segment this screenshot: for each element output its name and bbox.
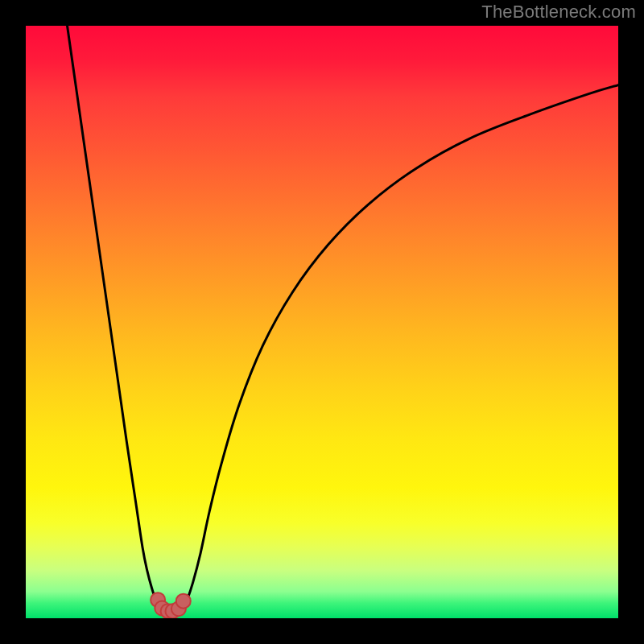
bottom-dot-cluster xyxy=(151,592,191,618)
curve-layer xyxy=(26,26,618,618)
curve-right-branch xyxy=(183,85,618,609)
chart-frame: TheBottleneck.com xyxy=(0,0,644,644)
watermark-text: TheBottleneck.com xyxy=(481,2,636,23)
plot-area xyxy=(26,26,618,618)
reference-dot xyxy=(176,594,191,609)
curve-left-branch xyxy=(68,26,163,609)
